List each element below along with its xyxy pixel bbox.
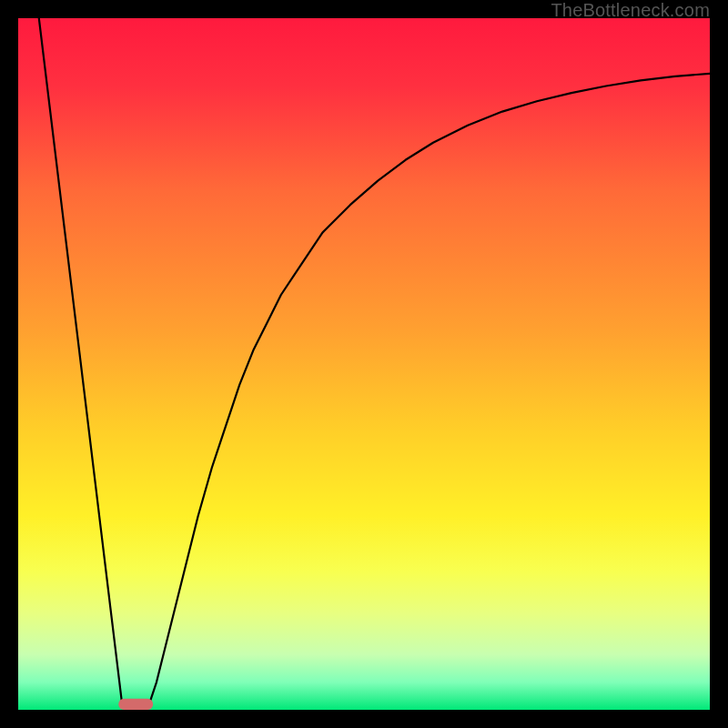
- chart-frame: TheBottleneck.com: [0, 0, 728, 728]
- minimum-marker: [118, 699, 153, 710]
- bottleneck-chart: [18, 18, 710, 710]
- marker-layer: [118, 699, 153, 710]
- chart-background: [18, 18, 710, 710]
